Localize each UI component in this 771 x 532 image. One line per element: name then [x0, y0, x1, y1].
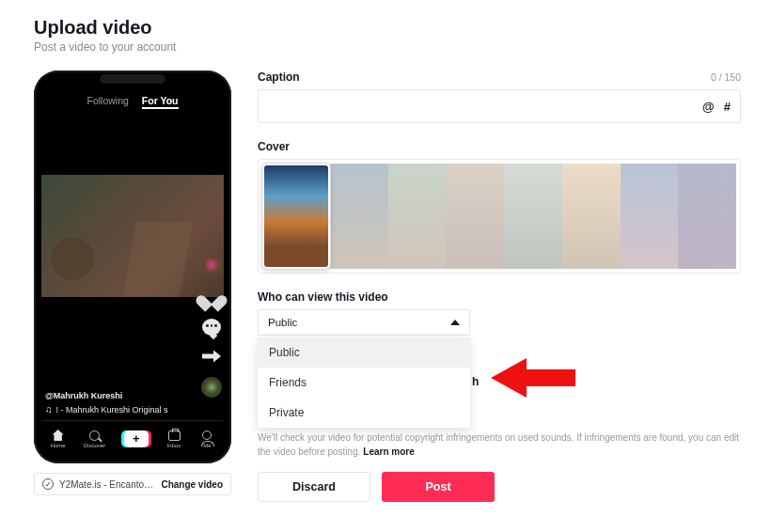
music-note-icon: ♫	[45, 404, 53, 415]
nav-me[interactable]: Me	[199, 429, 214, 448]
discard-button[interactable]: Discard	[258, 472, 370, 502]
page-title: Upload video	[34, 17, 741, 39]
sound-disc-icon[interactable]	[201, 377, 222, 398]
visibility-option-friends[interactable]: Friends	[258, 368, 470, 398]
sound-name: ! - Mahrukh Kureshi Original s	[56, 405, 168, 415]
caption-input[interactable]: @ #	[258, 89, 741, 123]
user-handle: @Mahrukh Kureshi	[45, 391, 168, 400]
phone-preview: Following For You @Mahrukh Kureshi	[34, 70, 231, 463]
check-circle-icon: ✓	[42, 478, 54, 490]
hidden-text-peek: h	[472, 375, 479, 388]
plus-icon	[124, 430, 149, 447]
copyright-notice: We'll check your video for potential cop…	[258, 431, 741, 459]
inbox-icon	[168, 430, 181, 441]
nav-inbox[interactable]: Inbox	[166, 429, 181, 448]
search-icon	[89, 430, 100, 441]
cover-thumb[interactable]	[562, 164, 621, 269]
visibility-option-public[interactable]: Public	[258, 337, 470, 368]
cover-thumb[interactable]	[446, 164, 504, 269]
visibility-label: Who can view this video	[258, 290, 741, 304]
caption-counter: 0 / 150	[711, 71, 741, 83]
share-icon[interactable]	[202, 349, 221, 364]
visibility-selected: Public	[268, 317, 297, 328]
nav-discover[interactable]: Discover	[84, 429, 105, 448]
caption-label: Caption	[258, 70, 300, 84]
cover-selector[interactable]	[258, 159, 741, 274]
chevron-up-icon	[450, 320, 460, 325]
cover-thumb[interactable]	[504, 164, 562, 269]
visibility-dropdown: Public Friends Private	[258, 337, 470, 428]
like-icon[interactable]	[202, 289, 221, 305]
cover-selected-thumb[interactable]	[262, 164, 330, 269]
mention-icon[interactable]: @	[702, 100, 715, 114]
tab-for-you[interactable]: For You	[142, 95, 179, 109]
cover-label: Cover	[258, 140, 741, 153]
annotation-arrow-icon	[491, 358, 575, 396]
post-button[interactable]: Post	[382, 472, 495, 502]
hashtag-icon[interactable]: #	[724, 100, 731, 114]
page-subtitle: Post a video to your account	[34, 40, 741, 54]
visibility-select[interactable]: Public	[258, 309, 470, 336]
file-name: Y2Mate.is - Encanto bu...	[59, 479, 155, 490]
avatar[interactable]	[201, 255, 222, 275]
phone-notch	[100, 74, 165, 84]
tab-following[interactable]: Following	[87, 95, 128, 109]
cover-thumb[interactable]	[330, 164, 388, 269]
file-row: ✓ Y2Mate.is - Encanto bu... Change video	[34, 473, 231, 495]
learn-more-link[interactable]: Learn more	[363, 446, 414, 457]
home-icon	[53, 430, 64, 441]
cover-thumb[interactable]	[678, 164, 736, 269]
nav-create[interactable]	[124, 430, 149, 447]
video-frame	[41, 175, 224, 297]
nav-home[interactable]: Home	[51, 429, 66, 448]
visibility-option-private[interactable]: Private	[258, 398, 470, 428]
cover-thumb[interactable]	[388, 164, 447, 269]
cover-thumb[interactable]	[621, 164, 679, 269]
change-video-link[interactable]: Change video	[161, 479, 223, 490]
comment-icon[interactable]	[202, 319, 221, 336]
profile-icon	[202, 430, 212, 440]
cover-track[interactable]	[330, 164, 736, 269]
